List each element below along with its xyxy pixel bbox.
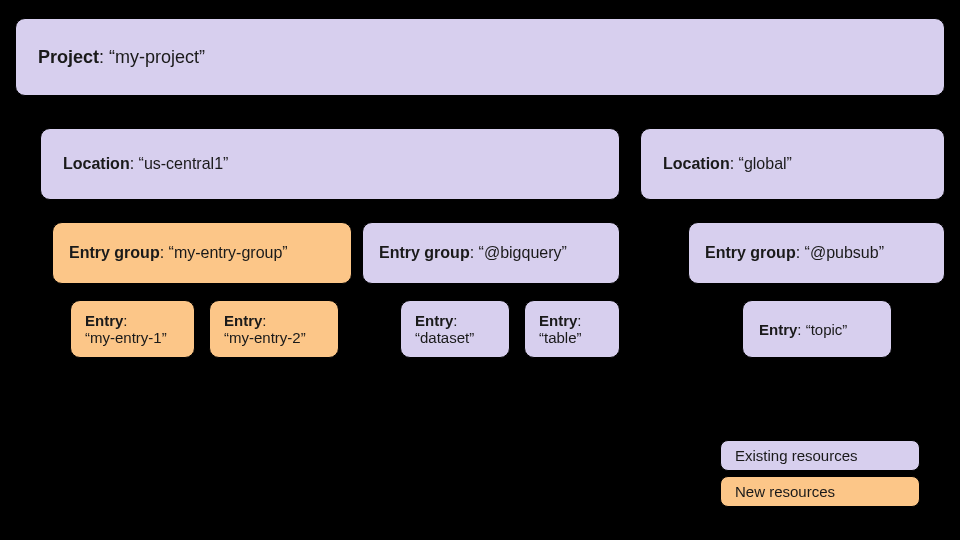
- entry-value: “my-entry-1”: [85, 329, 167, 346]
- entry-value: “dataset”: [415, 329, 474, 346]
- colon: :: [453, 312, 457, 329]
- entry-label: Entry: [539, 312, 577, 329]
- location-label: Location: [63, 155, 130, 173]
- location-value: “us-central1”: [139, 155, 229, 173]
- entry-label: Entry: [85, 312, 123, 329]
- entry-label: Entry: [224, 312, 262, 329]
- colon: :: [470, 244, 479, 262]
- entry-value: “my-entry-2”: [224, 329, 306, 346]
- entry-label: Entry: [759, 321, 797, 338]
- entry-label-line: Entry:: [539, 312, 582, 329]
- colon: :: [99, 47, 109, 68]
- entry-label-line: Entry:: [85, 312, 128, 329]
- entry-group-value: “@pubsub”: [805, 244, 884, 262]
- entry-group-box-pubsub: Entry group: “@pubsub”: [688, 222, 945, 284]
- entry-group-value: “my-entry-group”: [169, 244, 288, 262]
- entry-box-topic: Entry: “topic”: [742, 300, 892, 358]
- colon: :: [160, 244, 169, 262]
- colon: :: [262, 312, 266, 329]
- colon: :: [730, 155, 739, 173]
- location-value: “global”: [739, 155, 792, 173]
- entry-box-table: Entry: “table”: [524, 300, 620, 358]
- legend-new-label: New resources: [735, 483, 835, 500]
- entry-label: Entry: [415, 312, 453, 329]
- location-label: Location: [663, 155, 730, 173]
- entry-box-dataset: Entry: “dataset”: [400, 300, 510, 358]
- location-box-global: Location: “global”: [640, 128, 945, 200]
- entry-label-line: Entry:: [415, 312, 458, 329]
- location-box-us-central1: Location: “us-central1”: [40, 128, 620, 200]
- colon: :: [123, 312, 127, 329]
- entry-box-my-entry-2: Entry: “my-entry-2”: [209, 300, 339, 358]
- entry-group-box-my-entry-group: Entry group: “my-entry-group”: [52, 222, 352, 284]
- entry-group-label: Entry group: [705, 244, 796, 262]
- legend-existing: Existing resources: [720, 440, 920, 471]
- entry-box-my-entry-1: Entry: “my-entry-1”: [70, 300, 195, 358]
- project-label: Project: [38, 47, 99, 68]
- entry-group-box-bigquery: Entry group: “@bigquery”: [362, 222, 620, 284]
- entry-label-line: Entry:: [224, 312, 267, 329]
- legend-existing-label: Existing resources: [735, 447, 858, 464]
- entry-value: “topic”: [806, 321, 848, 338]
- entry-group-label: Entry group: [379, 244, 470, 262]
- project-box: Project: “my-project”: [15, 18, 945, 96]
- entry-group-value: “@bigquery”: [479, 244, 567, 262]
- entry-value: “table”: [539, 329, 582, 346]
- colon: :: [797, 321, 805, 338]
- entry-group-label: Entry group: [69, 244, 160, 262]
- colon: :: [796, 244, 805, 262]
- colon: :: [577, 312, 581, 329]
- colon: :: [130, 155, 139, 173]
- legend-new: New resources: [720, 476, 920, 507]
- project-value: “my-project”: [109, 47, 205, 68]
